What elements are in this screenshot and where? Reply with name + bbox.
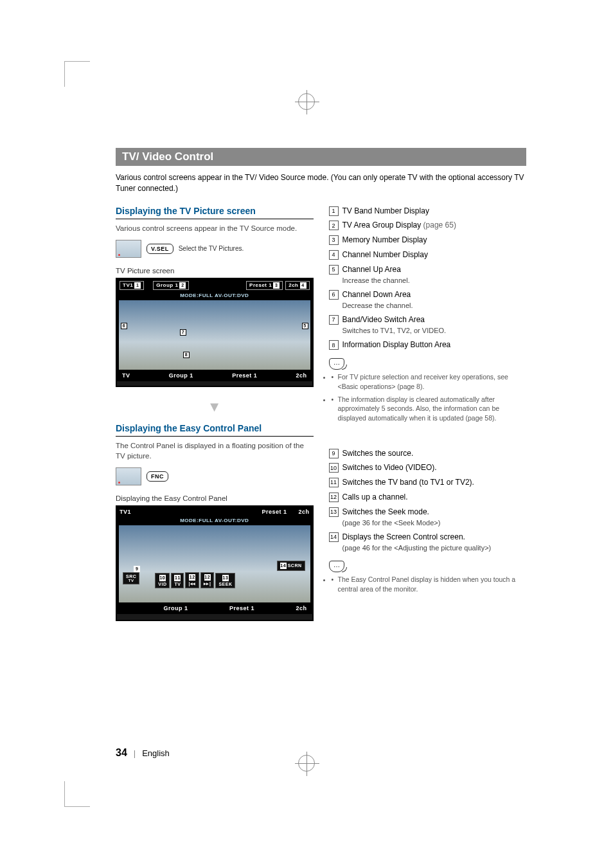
item-title: Displays the Screen Control screen. bbox=[342, 532, 465, 541]
callout-1: 1 bbox=[134, 282, 141, 289]
notes-1: For TV picture selection and receiver ke… bbox=[332, 372, 527, 422]
item-index: 4 bbox=[329, 250, 339, 260]
footer-divider: | bbox=[134, 748, 136, 758]
item-index: 8 bbox=[329, 340, 339, 350]
thumb-icon bbox=[116, 467, 141, 485]
list-item: 13Switches the Seek mode.(page 36 for th… bbox=[329, 507, 527, 528]
callout-list-2: 9Switches the source.10Switches to Video… bbox=[329, 448, 527, 554]
note-bullet: The information display is cleared autom… bbox=[332, 395, 527, 423]
item-title: Switches to Video (VIDEO). bbox=[342, 463, 437, 472]
down-arrow-icon: ▼ bbox=[116, 399, 314, 415]
item-title: TV Band Number Display bbox=[342, 206, 429, 215]
list-item: 5Channel Up AreaIncrease the channel. bbox=[329, 264, 527, 285]
item-note: (page 65) bbox=[421, 221, 456, 230]
list-item: 10Switches to Video (VIDEO). bbox=[329, 462, 527, 473]
thumb-icon bbox=[116, 240, 141, 258]
item-title: Channel Down Area bbox=[342, 290, 411, 299]
item-index: 9 bbox=[329, 449, 339, 458]
item-title: Calls up a channel. bbox=[342, 493, 408, 502]
list-item: 2TV Area Group Display (page 65) bbox=[329, 220, 527, 231]
figure2-title: Displaying the Easy Control Panel bbox=[116, 494, 314, 502]
callout-14: 14 bbox=[280, 563, 287, 569]
vsel-hint: Select the TV Pictures. bbox=[179, 245, 244, 253]
next-button[interactable]: 12▸▸| bbox=[200, 572, 214, 588]
item-title: Switches the source. bbox=[342, 449, 414, 458]
tv-picture-screenshot: TV11 Group 12 Preset 13 2ch4 MODE:FULL A… bbox=[116, 278, 314, 387]
item-index: 14 bbox=[329, 532, 339, 542]
page-lang: English bbox=[142, 748, 170, 758]
item-title: Channel Number Display bbox=[342, 250, 428, 259]
callout-list-1: 1TV Band Number Display2TV Area Group Di… bbox=[329, 206, 527, 351]
ss2-mode: MODE:FULL AV-OUT:DVD bbox=[117, 517, 312, 525]
ss2-bot-ch: 2ch bbox=[296, 605, 306, 611]
ss1-preset: Preset 1 bbox=[249, 282, 272, 288]
seek-button[interactable]: 13SEEK bbox=[215, 573, 235, 588]
ss2-tv1: TV1 bbox=[120, 509, 131, 515]
ss2-bot-group: Group 1 bbox=[163, 605, 188, 611]
ss1-mode: MODE:FULL AV-OUT:DVD bbox=[117, 292, 312, 300]
item-desc: Decrease the channel. bbox=[342, 301, 413, 311]
section-intro: Various control screens appear in the TV… bbox=[116, 172, 526, 194]
item-title: Switches the Seek mode. bbox=[342, 507, 429, 516]
ss1-ch: 2ch bbox=[289, 282, 298, 288]
list-item: 9Switches the source. bbox=[329, 448, 527, 459]
ss2-bot-preset: Preset 1 bbox=[229, 605, 254, 611]
callout-7: 7 bbox=[180, 329, 186, 336]
ss1-bot-tv: TV bbox=[122, 372, 130, 379]
item-desc: (page 46 for the <Adjusting the picture … bbox=[342, 543, 492, 553]
left-column: Displaying the TV Picture screen Various… bbox=[116, 206, 314, 621]
ss1-group: Group 1 bbox=[156, 282, 178, 288]
item-index: 7 bbox=[329, 315, 339, 325]
item-index: 2 bbox=[329, 221, 339, 230]
callout-3: 3 bbox=[273, 282, 280, 289]
src-button[interactable]: 9SRCTV bbox=[123, 572, 139, 584]
note-icon: ⋯ bbox=[329, 561, 344, 572]
list-item: 7Band/Video Switch AreaSwitches to TV1, … bbox=[329, 314, 527, 336]
item-index: 1 bbox=[329, 206, 339, 216]
page-footer: 34 | English bbox=[116, 747, 170, 759]
callout-5: 5 bbox=[302, 323, 308, 329]
prev-button[interactable]: 12|◂◂ bbox=[185, 572, 199, 588]
callout-8: 8 bbox=[183, 352, 190, 358]
item-index: 3 bbox=[329, 235, 339, 245]
ss1-tv1: TV1 bbox=[123, 282, 133, 288]
note-bullet: For TV picture selection and receiver ke… bbox=[332, 372, 527, 391]
page-number: 34 bbox=[116, 747, 127, 759]
item-desc: Increase the channel. bbox=[342, 276, 410, 285]
list-item: 4Channel Number Display bbox=[329, 249, 527, 260]
item-index: 13 bbox=[329, 507, 339, 517]
callout-12b: 12 bbox=[204, 574, 211, 581]
item-title: Memory Number Display bbox=[342, 235, 427, 244]
list-item: 14Displays the Screen Control screen.(pa… bbox=[329, 532, 527, 553]
note-bullet: The Easy Control Panel display is hidden… bbox=[332, 575, 527, 593]
item-index: 12 bbox=[329, 493, 339, 502]
figure1-title: TV Picture screen bbox=[116, 267, 314, 275]
crop-mark-top bbox=[298, 93, 315, 110]
list-item: 11Switches the TV band (to TV1 or TV2). bbox=[329, 477, 527, 488]
item-title: Information Display Button Area bbox=[342, 340, 451, 349]
vid-button[interactable]: 10VID bbox=[155, 573, 170, 588]
tv-band-button[interactable]: 11TV bbox=[171, 573, 184, 588]
scrn-button[interactable]: 14SCRN bbox=[277, 561, 305, 571]
ss1-bot-group: Group 1 bbox=[169, 372, 193, 379]
ss1-bot-preset: Preset 1 bbox=[232, 372, 257, 379]
callout-6: 6 bbox=[121, 323, 127, 329]
easy-control-screenshot: TV1 Preset 1 2ch MODE:FULL AV-OUT:DVD 14… bbox=[116, 505, 314, 621]
callout-13: 13 bbox=[222, 575, 229, 581]
ss1-picture-area: 5 6 7 8 bbox=[117, 300, 312, 370]
block1-desc: Various control screens appear in the TV… bbox=[116, 223, 314, 233]
item-index: 6 bbox=[329, 290, 339, 300]
item-desc: Switches to TV1, TV2, or VIDEO. bbox=[342, 326, 447, 336]
item-title: Switches the TV band (to TV1 or TV2). bbox=[342, 478, 474, 487]
vsel-button[interactable]: V.SEL bbox=[147, 244, 173, 254]
fnc-button[interactable]: FNC bbox=[147, 471, 168, 482]
item-index: 10 bbox=[329, 463, 339, 473]
crop-mark-bottom bbox=[298, 755, 315, 772]
block1-heading: Displaying the TV Picture screen bbox=[116, 206, 314, 219]
notes-2: The Easy Control Panel display is hidden… bbox=[332, 575, 527, 593]
callout-10: 10 bbox=[159, 575, 166, 581]
section-title: TV/ Video Control bbox=[116, 148, 526, 166]
ss2-picture-area: 14SCRN 9SRCTV 10VID 11TV 12|◂◂ 12▸▸| 13S… bbox=[117, 525, 312, 602]
list-item: 12Calls up a channel. bbox=[329, 492, 527, 503]
list-item: 3Memory Number Display bbox=[329, 235, 527, 246]
